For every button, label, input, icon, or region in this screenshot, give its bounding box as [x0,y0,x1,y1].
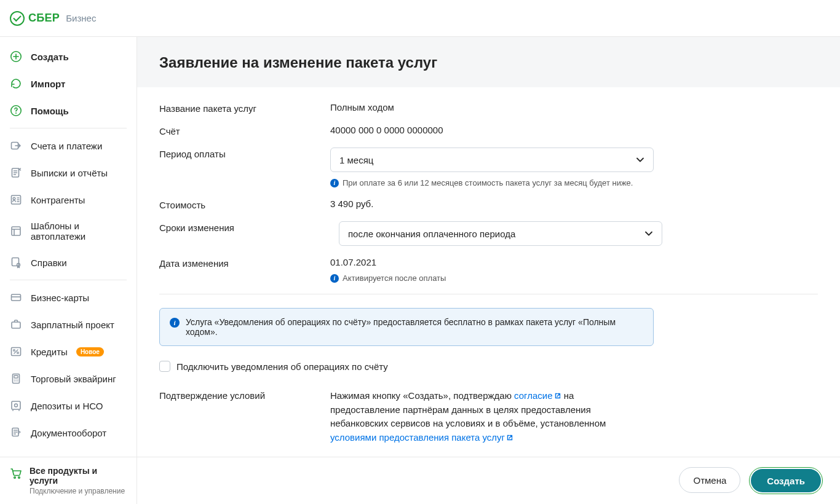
checkbox-label: Подключить уведомления об операциях по с… [176,361,388,372]
sidebar-label: Бизнес-карты [31,293,89,303]
sidebar-templates[interactable]: Шаблоны и автоплатежи [0,213,137,249]
terms-link[interactable]: условиями предоставления пакета услуг [330,432,513,443]
plus-circle-icon [10,50,22,63]
new-badge: Новое [76,347,104,356]
svg-rect-17 [12,401,20,409]
select-payment-period[interactable]: 1 месяц [330,148,654,172]
form-body: Название пакета услуг Полным ходом Счёт … [137,87,840,457]
svg-rect-11 [12,322,20,328]
sidebar-import[interactable]: Импорт [0,70,137,97]
certificate-icon [10,256,22,269]
chevron-down-icon [636,157,644,162]
sber-check-icon [10,11,25,26]
info-banner: i Услуга «Уведомления об операциях по сч… [159,308,654,346]
select-change-terms[interactable]: после окончания оплаченного периода [339,221,662,246]
external-link-icon [506,434,513,441]
percent-icon [10,345,22,358]
value-package-name: Полным ходом [330,102,818,112]
sidebar-cards[interactable]: Бизнес-карты [0,284,137,311]
checkbox[interactable] [159,361,170,372]
sidebar-label: Справки [31,258,67,268]
info-icon: i [170,318,180,328]
label-change-date: Дата изменения [159,257,330,269]
divider [10,280,127,280]
sidebar-create[interactable]: Создать [0,43,137,70]
select-value: 1 месяц [339,155,373,165]
label-payment-period: Период оплаты [159,148,330,159]
info-icon: i [330,179,339,187]
label-account: Счёт [159,125,330,136]
external-link-icon [554,392,561,400]
svg-point-20 [14,477,16,479]
sidebar-label: Выписки и отчёты [31,168,108,178]
card-icon [10,291,22,304]
sidebar-label: Зарплатный проект [31,320,114,330]
label-change-terms: Сроки изменения [159,221,330,233]
divider [10,128,127,128]
svg-rect-8 [12,258,19,266]
sidebar-label: Документооборот [31,428,106,438]
import-icon [10,77,22,90]
safe-icon [10,400,22,412]
sidebar-acquiring[interactable]: Торговый эквайринг [0,365,137,392]
sidebar-payroll[interactable]: Зарплатный проект [0,311,137,338]
form-footer: Отмена Создать [137,457,840,504]
cancel-button[interactable]: Отмена [679,467,740,493]
briefcase-icon [10,318,22,331]
submit-button[interactable]: Создать [751,469,821,492]
arrow-out-icon [10,140,22,152]
svg-point-6 [13,197,15,200]
label-confirmation: Подтверждение условий [159,389,330,401]
svg-point-2 [15,112,17,114]
logo-brand: СБЕР [28,12,60,25]
sidebar-label: Помощь [31,106,69,116]
footer-title: Все продукты и услуги [30,466,127,486]
sidebar-accounts[interactable]: Счета и платежи [0,132,137,159]
sidebar-credits[interactable]: Кредиты Новое [0,338,137,365]
footer-sub: Подключение и управление [30,487,127,495]
sidebar-label: Счета и платежи [31,141,102,151]
submit-button-wrap: Создать [749,467,823,494]
sidebar-references[interactable]: Справки [0,249,137,276]
sidebar-all-products[interactable]: Все продукты и услуги Подключение и упра… [0,457,137,504]
divider [159,294,818,294]
sidebar-label: Торговый эквайринг [31,374,116,384]
logo-sub: Бизнес [66,13,96,23]
sidebar-label: Контрагенты [31,195,85,205]
svg-point-13 [14,350,15,352]
notifications-checkbox-row[interactable]: Подключить уведомления об операциях по с… [159,361,818,372]
cart-icon [10,467,22,479]
svg-point-18 [15,404,18,407]
sidebar-statements[interactable]: Выписки и отчёты [0,159,137,186]
sidebar-label: Создать [31,52,69,62]
template-icon [10,225,22,237]
consent-link[interactable]: согласие [514,390,561,401]
sidebar-label: Кредиты [31,347,68,357]
sidebar-counterparties[interactable]: Контрагенты [0,186,137,213]
docflow-icon [10,427,22,439]
svg-rect-10 [12,294,21,301]
period-hint: i При оплате за 6 или 12 месяцев стоимос… [330,178,818,187]
select-value: после окончания оплаченного периода [348,229,515,239]
info-icon: i [330,274,339,283]
value-change-date: 01.07.2021 [330,257,818,267]
chevron-down-icon [644,231,653,236]
main-content: Заявление на изменение пакета услуг Назв… [137,37,840,504]
app-header: СБЕР Бизнес [0,0,840,37]
label-cost: Стоимость [159,199,330,210]
page-header: Заявление на изменение пакета услуг [137,37,840,87]
sidebar-docflow[interactable]: Документооборот [0,419,137,446]
svg-rect-16 [14,376,18,378]
document-icon [10,167,22,179]
value-cost: 3 490 руб. [330,199,818,209]
confirmation-text: Нажимая кнопку «Создать», подтверждаю со… [330,389,644,444]
svg-point-14 [17,352,19,354]
sidebar-label: Шаблоны и автоплатежи [31,221,127,242]
sidebar-help[interactable]: Помощь [0,97,137,124]
sidebar-label: Импорт [31,79,65,89]
question-circle-icon [10,104,22,117]
sidebar-deposits[interactable]: Депозиты и НСО [0,392,137,419]
logo[interactable]: СБЕР Бизнес [10,11,96,26]
terminal-icon [10,372,22,385]
date-hint: i Активируется после оплаты [330,274,818,283]
